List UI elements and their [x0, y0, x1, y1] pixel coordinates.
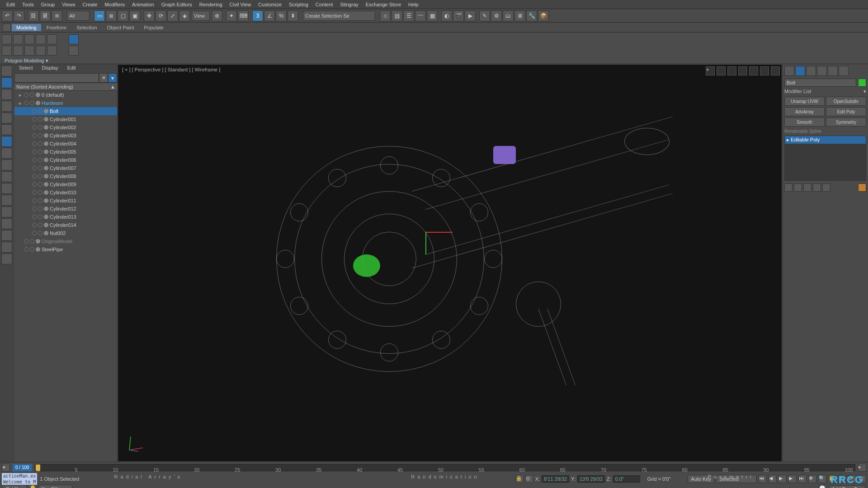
pin-stack-button[interactable] — [784, 183, 793, 192]
goto-end-button[interactable]: ⏭ — [798, 475, 807, 483]
vp-btn-6[interactable] — [771, 66, 780, 75]
percent-snap-button[interactable]: % — [276, 10, 287, 21]
tree-item[interactable]: Cylinder002 — [14, 123, 117, 131]
left-icon-7[interactable] — [1, 136, 12, 147]
angle-snap-button[interactable]: ∠ — [264, 10, 275, 21]
viewport-label[interactable]: [ + ] [ Perspective ] [ Standard ] [ Wir… — [122, 67, 220, 72]
tree-item[interactable]: Cylinder001 — [14, 115, 117, 123]
manipulate-button[interactable]: ✦ — [226, 10, 237, 21]
tool5-button[interactable]: 🔧 — [526, 10, 537, 21]
select-object-button[interactable]: ▭ — [94, 10, 105, 21]
modifier-button-unwrap-uvw[interactable]: Unwrap UVW — [784, 97, 825, 106]
snap-toggle-button[interactable]: 3 — [252, 10, 263, 21]
left-icon-15[interactable] — [1, 230, 12, 241]
modifier-button-opensubdiv[interactable]: OpenSubdiv — [826, 97, 866, 106]
menu-item-edit[interactable]: Edit — [3, 0, 19, 9]
vp-btn-add[interactable]: + — [706, 66, 715, 75]
add-time-tag-button[interactable]: Add Time Tag — [829, 485, 865, 488]
subobj-vertex-button[interactable] — [2, 34, 12, 44]
ribbon-tab-modeling[interactable]: Modeling — [12, 24, 41, 31]
curve-editor-button[interactable]: 〰 — [415, 10, 426, 21]
auto-key-button[interactable]: Auto Key — [688, 475, 714, 483]
modeling-b2[interactable] — [13, 46, 23, 56]
config-mod-button[interactable] — [822, 183, 830, 192]
cp-tab-create[interactable] — [784, 66, 794, 76]
tree-item[interactable]: Cylinder009 — [14, 180, 117, 188]
spinner-snap-button[interactable]: ⬍ — [288, 10, 298, 21]
modifier-button-smooth[interactable]: Smooth — [784, 117, 825, 127]
tool3-button[interactable]: 🗂 — [503, 10, 514, 21]
move-button[interactable]: ✥ — [144, 10, 155, 21]
tree-item[interactable]: Cylinder013 — [14, 213, 117, 221]
left-icon-16[interactable] — [1, 242, 12, 253]
tree-item[interactable]: Cylinder006 — [14, 156, 117, 164]
ribbon-tab-populate[interactable]: Populate — [139, 24, 168, 31]
modifier-button-symmetry[interactable]: Symmetry — [826, 117, 866, 127]
left-icon-1[interactable] — [1, 66, 12, 76]
subobj-border-button[interactable] — [24, 34, 34, 44]
tree-item[interactable]: OriginalModel — [14, 237, 117, 245]
ribbon-tab-freeform[interactable]: Freeform — [42, 24, 71, 31]
tool1-button[interactable]: ✎ — [479, 10, 490, 21]
nav-1[interactable]: ✥ — [808, 475, 816, 483]
menu-item-content[interactable]: Content — [312, 0, 337, 9]
left-icon-9[interactable] — [1, 160, 12, 170]
cp-tab-motion[interactable] — [817, 66, 827, 76]
menu-item-views[interactable]: Views — [58, 0, 79, 9]
explorer-tab-edit[interactable]: Edit — [63, 64, 80, 73]
tree-item[interactable]: Cylinder012 — [14, 205, 117, 213]
explorer-tab-display[interactable]: Display — [38, 64, 63, 73]
set-key-button[interactable]: Set Key — [3, 485, 27, 488]
misc-button[interactable] — [69, 34, 79, 44]
polygon-modeling-label[interactable]: Polygon Modeling ▾ — [2, 57, 866, 65]
prev-frame-button[interactable]: ◀ — [769, 475, 777, 483]
menu-item-animation[interactable]: Animation — [128, 0, 158, 9]
window-crossing-button[interactable]: ▣ — [129, 10, 140, 21]
menu-item-help[interactable]: Help — [405, 0, 422, 9]
pivot-button[interactable]: ⊕ — [212, 10, 222, 21]
cp-tab-display[interactable] — [828, 66, 838, 76]
schematic-button[interactable]: ▦ — [427, 10, 438, 21]
x-value[interactable]: 8'11 28/32 — [542, 475, 569, 483]
modeling-b6[interactable] — [69, 46, 79, 56]
time-step-fwd[interactable]: ▸ — [858, 464, 866, 472]
left-icon-8[interactable] — [1, 148, 12, 159]
subobj-edge-button[interactable] — [13, 34, 23, 44]
layer-button[interactable]: ☰ — [403, 10, 414, 21]
menu-item-scripting[interactable]: Scripting — [285, 0, 312, 9]
ribbon-tab-objectpaint[interactable]: Object Paint — [103, 24, 139, 31]
z-value[interactable]: 0.0" — [613, 475, 640, 483]
selection-filter-dropdown[interactable]: All — [67, 11, 90, 21]
time-step-back[interactable]: ◂ — [2, 464, 10, 472]
align-button[interactable]: ▤ — [392, 10, 402, 21]
tree-item[interactable]: Cylinder004 — [14, 140, 117, 148]
explorer-tab-select[interactable]: Select — [14, 64, 38, 73]
render-frame-button[interactable]: ▶ — [465, 10, 476, 21]
keyboard-shortcut-button[interactable]: ⌨ — [238, 10, 249, 21]
menu-item-group[interactable]: Group — [38, 0, 59, 9]
cp-tab-modify[interactable] — [795, 66, 805, 76]
iso-button[interactable]: ◎ — [525, 475, 533, 483]
modifier-stack-item[interactable]: ▸ Editable Poly — [785, 136, 866, 144]
menu-item-civil-view[interactable]: Civil View — [226, 0, 255, 9]
lock-selection-button[interactable]: 🔒 — [515, 475, 524, 483]
show-end-button[interactable] — [794, 183, 802, 192]
left-icon-10[interactable] — [1, 171, 12, 182]
select-region-button[interactable]: ▢ — [118, 10, 128, 21]
tree-item[interactable]: SteelPipe — [14, 245, 117, 253]
vp-btn-3[interactable] — [738, 66, 747, 75]
next-frame-button[interactable]: ▶ — [788, 475, 797, 483]
modifier-button-edit-poly[interactable]: Edit Poly — [826, 107, 866, 116]
ribbon-min-icon[interactable] — [3, 23, 11, 32]
unique-button[interactable] — [803, 183, 811, 192]
render-setup-button[interactable]: 🎬 — [453, 10, 464, 21]
sets-button[interactable] — [858, 183, 866, 192]
vp-btn-4[interactable] — [749, 66, 758, 75]
time-tag-icon[interactable]: 🕓 — [819, 485, 827, 488]
object-color-swatch[interactable] — [858, 79, 866, 87]
left-icon-12[interactable] — [1, 195, 12, 206]
cp-tab-utilities[interactable] — [839, 66, 849, 76]
explorer-filter-button[interactable]: ▼ — [108, 73, 117, 83]
y-value[interactable]: 13'8 29/32 — [577, 475, 605, 483]
modeling-b5[interactable] — [47, 46, 57, 56]
